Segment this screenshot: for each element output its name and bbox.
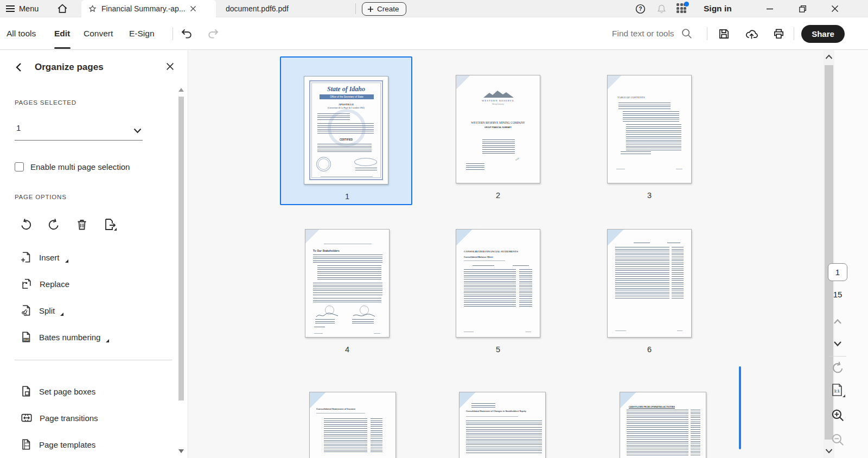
set-page-boxes-label: Set page boxes [39, 387, 95, 396]
tab-label: All tools [7, 29, 36, 39]
undo-button[interactable] [179, 26, 194, 41]
page-thumbnail[interactable]: CASH FLOWS FROM OPERATING ACTIVITIES [620, 392, 706, 458]
page-transitions-button[interactable]: Page transitions [21, 412, 98, 424]
document-title: CONSOLIDATED FINANCIAL STATEMENTS [464, 250, 518, 253]
tab-edit[interactable]: Edit [54, 17, 70, 49]
scroll-down-icon[interactable] [825, 448, 833, 454]
submenu-indicator-icon [106, 339, 109, 342]
document-title: TABLE OF CONTENTS [617, 96, 645, 99]
find-placeholder: Find text or tools [612, 29, 674, 39]
mountain-logo-icon [483, 90, 514, 98]
organize-pages-panel: Organize pages PAGES SELECTED 1 Enable m… [0, 50, 188, 458]
split-document-button[interactable]: Split [21, 304, 65, 316]
page-thumbnail[interactable]: Consolidated Statement of Changes in Sto… [459, 392, 546, 458]
replace-pages-button[interactable]: Replace [21, 278, 69, 290]
replace-page-icon [21, 278, 33, 290]
upload-cloud-button[interactable] [744, 26, 759, 41]
chevron-down-icon[interactable] [133, 126, 142, 136]
active-tab-underline [54, 47, 71, 49]
page-thumbnail-selected[interactable]: State of Idaho Office of the Secretary o… [280, 56, 412, 205]
home-button[interactable] [56, 0, 68, 17]
zoom-in-icon [831, 408, 845, 422]
close-icon [831, 5, 839, 12]
rotate-left-button[interactable] [19, 218, 33, 232]
rotate-right-button[interactable] [47, 218, 61, 232]
panel-scroll-up[interactable] [178, 88, 184, 92]
share-button[interactable]: Share [801, 25, 845, 43]
page-thumbnail[interactable]: To Our Stakeholders [305, 229, 390, 338]
notifications-button[interactable] [656, 0, 667, 17]
insert-pages-button[interactable]: Insert [21, 251, 70, 263]
tab-all-tools[interactable]: All tools [7, 17, 36, 49]
pages-selected-dropdown[interactable]: 1 [16, 123, 21, 132]
redo-icon [207, 28, 220, 39]
tab-convert[interactable]: Convert [84, 17, 113, 49]
rotate-page-button[interactable] [829, 359, 846, 377]
page-number-label: 5 [456, 345, 540, 354]
multi-page-selection-row[interactable]: Enable multi page selection [15, 162, 130, 171]
page-thumbnail[interactable]: CONSOLIDATED FINANCIAL STATEMENTS Consol… [456, 229, 540, 338]
signature [315, 312, 339, 319]
submenu-indicator-icon [60, 313, 63, 316]
minimize-icon [766, 5, 774, 12]
create-button[interactable]: Create [362, 2, 406, 16]
previous-page-button[interactable] [829, 313, 846, 330]
menu-button[interactable]: Menu [5, 0, 39, 17]
document-tab-inactive[interactable]: document.pdf6.pdf [219, 0, 295, 17]
signature [352, 312, 376, 319]
next-page-button[interactable] [829, 335, 846, 352]
actual-size-button[interactable]: 1:1 [829, 381, 846, 399]
svg-text:1:1: 1:1 [834, 389, 839, 393]
share-label: Share [812, 29, 834, 39]
save-button[interactable] [716, 26, 731, 41]
document-subtitle: GROUP FINANCIAL SUMMARY [456, 126, 540, 129]
find-tools-search[interactable]: Find text or tools [612, 17, 693, 49]
current-page-input[interactable]: 1 [828, 263, 847, 281]
delete-page-button[interactable] [75, 218, 89, 232]
tab-title: document.pdf6.pdf [226, 4, 289, 13]
one-to-one-zoom-icon: 1:1 [830, 383, 845, 398]
zoom-out-button[interactable] [829, 431, 846, 448]
page-thumbnail[interactable] [607, 229, 692, 338]
document-subtitle: Consolidated Balance Sheet [464, 256, 493, 258]
page-thumbnail[interactable]: WESTERN RESERVE MiningCompany WESTERN RE… [456, 75, 540, 183]
certificate-banner: Office of the Secretary of State [320, 94, 374, 99]
sign-in-button[interactable]: Sign in [704, 0, 732, 17]
page-templates-icon [21, 438, 32, 450]
tab-esign[interactable]: E-Sign [129, 17, 155, 49]
close-tab-icon[interactable] [190, 5, 196, 12]
panel-scrollbar-thumb[interactable] [178, 97, 184, 400]
page-thumbnail[interactable]: TABLE OF CONTENTS [607, 75, 692, 183]
back-button[interactable] [14, 62, 24, 74]
rotate-clockwise-icon [831, 361, 845, 375]
menu-label: Menu [19, 4, 39, 13]
redo-button[interactable] [206, 26, 221, 41]
window-restore-button[interactable] [790, 0, 815, 17]
star-icon[interactable] [88, 4, 97, 14]
svg-text:012: 012 [24, 338, 29, 341]
help-button[interactable]: ? [635, 0, 646, 17]
page-thumbnail[interactable]: Consolidated Statement of Income [309, 392, 396, 458]
extract-page-button[interactable] [103, 218, 117, 232]
window-minimize-button[interactable] [757, 0, 782, 17]
print-button[interactable] [771, 26, 786, 41]
total-pages-label: 15 [828, 290, 847, 299]
window-close-button[interactable] [822, 0, 847, 17]
tab-label: E-Sign [129, 29, 155, 39]
document-tab-active[interactable]: Financial Summary.-ap... [81, 0, 216, 17]
chevron-left-icon [14, 62, 24, 72]
save-icon [718, 28, 730, 40]
multi-page-checkbox[interactable] [15, 162, 24, 171]
scroll-up-icon[interactable] [825, 54, 833, 60]
page-templates-button[interactable]: Page templates [21, 438, 95, 450]
bates-numbering-button[interactable]: 012 Bates numbering [21, 331, 111, 343]
page-thumbnail-image[interactable]: State of Idaho Office of the Secretary o… [304, 76, 388, 185]
tab-label: Edit [54, 29, 70, 39]
apps-launcher-button[interactable] [676, 3, 687, 14]
document-title: Consolidated Statement of Changes in Sto… [466, 410, 542, 412]
close-panel-button[interactable] [166, 62, 174, 73]
panel-scroll-down[interactable] [178, 449, 184, 453]
panel-title: Organize pages [35, 62, 104, 73]
zoom-in-button[interactable] [829, 406, 846, 424]
set-page-boxes-button[interactable]: Set page boxes [21, 385, 95, 397]
